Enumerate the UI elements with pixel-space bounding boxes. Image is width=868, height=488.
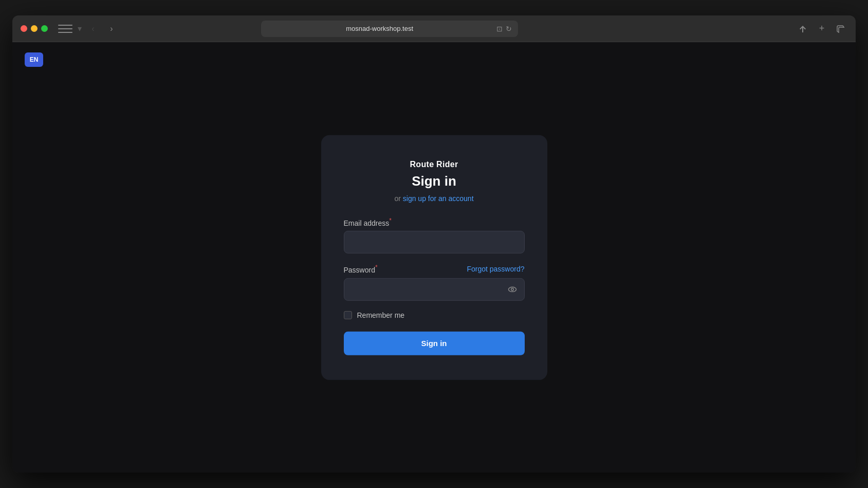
password-label: Password* <box>344 264 378 274</box>
page-content: EN Route Rider Sign in or sign up for an… <box>12 42 856 473</box>
traffic-lights <box>21 25 48 32</box>
minimize-button[interactable] <box>31 25 38 32</box>
email-label: Email address* <box>344 216 525 227</box>
new-tab-button[interactable]: + <box>815 22 829 36</box>
browser-titlebar: ▾ ‹ › mosnad-workshop.test ⊡ ↻ + <box>12 15 856 42</box>
reader-mode-icon: ⊡ <box>496 25 503 33</box>
password-input[interactable] <box>344 278 525 301</box>
remember-me-row: Remember me <box>344 311 525 319</box>
forgot-password-link[interactable]: Forgot password? <box>467 265 524 273</box>
browser-controls: ▾ ‹ › <box>58 22 119 36</box>
password-wrapper <box>344 278 525 301</box>
sign-up-prompt: or sign up for an account <box>344 194 525 202</box>
sign-up-link[interactable]: sign up for an account <box>403 194 474 202</box>
address-bar[interactable]: mosnad-workshop.test ⊡ ↻ <box>261 21 518 37</box>
browser-actions: + <box>796 22 847 36</box>
close-button[interactable] <box>21 25 27 32</box>
password-required-indicator: * <box>375 264 378 271</box>
svg-rect-1 <box>839 27 844 33</box>
sidebar-toggle-button[interactable] <box>58 24 72 34</box>
app-title: Route Rider <box>344 159 525 169</box>
address-bar-icons: ⊡ ↻ <box>496 25 512 33</box>
browser-window: ▾ ‹ › mosnad-workshop.test ⊡ ↻ + <box>12 15 856 473</box>
svg-point-3 <box>511 288 513 291</box>
sign-in-button[interactable]: Sign in <box>344 332 525 355</box>
password-field-group: Password* Forgot password? <box>344 264 525 301</box>
refresh-icon[interactable]: ↻ <box>506 25 512 33</box>
forward-button[interactable]: › <box>104 22 119 36</box>
back-button[interactable]: ‹ <box>86 22 100 36</box>
sign-up-prefix: or <box>394 194 402 202</box>
email-field-group: Email address* <box>344 216 525 254</box>
language-button[interactable]: EN <box>25 52 43 67</box>
email-input[interactable] <box>344 231 525 254</box>
email-required-indicator: * <box>389 216 392 224</box>
svg-point-2 <box>508 287 516 292</box>
sign-in-heading: Sign in <box>344 173 525 189</box>
remember-me-checkbox[interactable] <box>344 311 352 319</box>
password-label-row: Password* Forgot password? <box>344 264 525 274</box>
share-button[interactable] <box>796 22 810 36</box>
tabs-button[interactable] <box>833 22 847 36</box>
remember-me-label[interactable]: Remember me <box>357 311 405 319</box>
login-card: Route Rider Sign in or sign up for an ac… <box>321 135 547 379</box>
url-display: mosnad-workshop.test <box>267 25 492 32</box>
password-toggle-button[interactable] <box>506 283 519 296</box>
maximize-button[interactable] <box>41 25 48 32</box>
